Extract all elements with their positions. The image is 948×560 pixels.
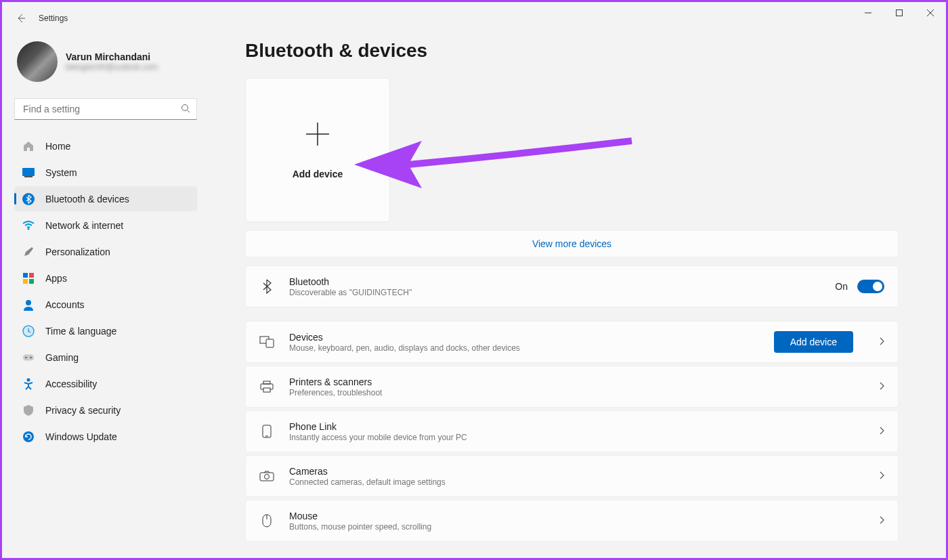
sidebar-item-label: Accounts — [45, 299, 85, 310]
sidebar-item-label: Bluetooth & devices — [45, 194, 129, 204]
sidebar-item-windows-update[interactable]: Windows Update — [14, 424, 197, 449]
sidebar-item-label: Network & internet — [45, 220, 123, 231]
card-title: Cameras — [289, 466, 863, 477]
svg-point-17 — [25, 356, 27, 358]
shield-icon — [22, 404, 35, 416]
sidebar-item-label: Apps — [45, 273, 67, 284]
back-button[interactable] — [16, 13, 26, 24]
sidebar-nav: Home System Bluetooth & devices Network … — [14, 133, 197, 449]
card-title: Bluetooth — [289, 276, 835, 287]
printer-icon — [259, 379, 274, 394]
svg-point-14 — [26, 300, 31, 305]
sidebar-item-time-language[interactable]: Time & language — [14, 318, 197, 343]
card-subtitle: Instantly access your mobile device from… — [289, 433, 863, 442]
close-button[interactable] — [915, 2, 946, 24]
avatar — [17, 41, 58, 82]
search-icon — [181, 104, 190, 116]
gaming-icon — [22, 351, 35, 364]
wifi-icon — [22, 219, 35, 232]
devices-grid-icon — [259, 335, 274, 349]
printers-scanners-card[interactable]: Printers & scanners Preferences, trouble… — [245, 366, 899, 408]
page-title: Bluetooth & devices — [245, 40, 899, 62]
svg-line-5 — [188, 110, 190, 113]
sidebar-item-accessibility[interactable]: Accessibility — [14, 371, 197, 396]
system-icon — [22, 167, 35, 179]
sidebar-item-bluetooth-devices[interactable]: Bluetooth & devices — [14, 186, 197, 211]
svg-rect-25 — [263, 381, 270, 384]
brush-icon — [22, 246, 35, 258]
update-icon — [22, 431, 35, 443]
chevron-right-icon — [879, 515, 884, 527]
chevron-right-icon — [879, 381, 884, 393]
person-icon — [22, 299, 35, 311]
svg-rect-27 — [263, 388, 270, 392]
svg-rect-10 — [23, 273, 28, 278]
chevron-right-icon — [879, 470, 884, 482]
svg-point-4 — [182, 105, 188, 111]
camera-icon — [259, 469, 274, 483]
sidebar-item-label: Privacy & security — [45, 405, 121, 416]
sidebar-item-system[interactable]: System — [14, 160, 197, 185]
svg-point-20 — [23, 431, 34, 442]
svg-rect-6 — [22, 168, 35, 176]
sidebar-item-label: System — [45, 167, 77, 178]
svg-point-18 — [30, 356, 32, 358]
sidebar-item-label: Time & language — [45, 326, 116, 337]
card-title: Printers & scanners — [289, 376, 863, 387]
home-icon — [22, 140, 35, 152]
phone-icon — [259, 424, 274, 439]
plus-icon — [305, 121, 330, 150]
svg-rect-13 — [29, 279, 34, 284]
apps-icon — [22, 272, 35, 284]
maximize-button[interactable] — [884, 2, 915, 24]
add-device-button[interactable]: Add device — [774, 331, 853, 353]
sidebar-item-label: Accessibility — [45, 379, 97, 389]
profile-email: beingtechfr@outlook.com — [66, 62, 158, 72]
sidebar-item-label: Windows Update — [45, 431, 117, 442]
mouse-card[interactable]: Mouse Buttons, mouse pointer speed, scro… — [245, 500, 899, 542]
add-device-label: Add device — [293, 169, 343, 179]
svg-rect-16 — [23, 354, 34, 360]
svg-rect-28 — [263, 425, 271, 437]
sidebar-item-gaming[interactable]: Gaming — [14, 345, 197, 370]
phone-link-card[interactable]: Phone Link Instantly access your mobile … — [245, 410, 899, 452]
chevron-right-icon — [879, 425, 884, 437]
profile-block[interactable]: Varun Mirchandani beingtechfr@outlook.co… — [14, 41, 209, 82]
mouse-icon — [259, 513, 274, 528]
sidebar-item-label: Gaming — [45, 352, 79, 363]
svg-rect-24 — [266, 339, 274, 347]
chevron-right-icon — [879, 336, 884, 348]
svg-rect-1 — [897, 10, 903, 16]
devices-card[interactable]: Devices Mouse, keyboard, pen, audio, dis… — [245, 321, 899, 363]
sidebar-item-network-internet[interactable]: Network & internet — [14, 213, 197, 238]
sidebar-item-personalization[interactable]: Personalization — [14, 239, 197, 264]
bluetooth-card: Bluetooth Discoverable as "GUIDINGTECH" … — [245, 265, 899, 307]
toggle-state-label: On — [835, 281, 848, 292]
sidebar-item-accounts[interactable]: Accounts — [14, 292, 197, 317]
sidebar-item-home[interactable]: Home — [14, 133, 197, 158]
bluetooth-toggle[interactable] — [857, 280, 884, 293]
sidebar-item-label: Personalization — [45, 246, 110, 257]
sidebar-item-apps[interactable]: Apps — [14, 265, 197, 290]
view-more-devices-link[interactable]: View more devices — [245, 230, 899, 257]
card-subtitle: Connected cameras, default image setting… — [289, 477, 863, 487]
add-device-tile[interactable]: Add device — [245, 78, 390, 222]
cameras-card[interactable]: Cameras Connected cameras, default image… — [245, 455, 899, 497]
svg-rect-7 — [24, 176, 33, 177]
search-input[interactable] — [14, 98, 197, 120]
card-subtitle: Mouse, keyboard, pen, audio, displays an… — [289, 343, 774, 353]
profile-name: Varun Mirchandani — [66, 51, 158, 62]
bluetooth-icon — [22, 193, 35, 205]
svg-point-31 — [265, 475, 270, 479]
sidebar-item-privacy-security[interactable]: Privacy & security — [14, 397, 197, 423]
svg-rect-12 — [23, 279, 28, 284]
svg-point-9 — [28, 228, 30, 230]
accessibility-icon — [22, 378, 35, 390]
clock-icon — [22, 325, 35, 337]
card-subtitle: Discoverable as "GUIDINGTECH" — [289, 288, 835, 297]
minimize-button[interactable] — [853, 2, 884, 24]
bluetooth-glyph-icon — [259, 279, 274, 294]
window-title: Settings — [39, 14, 68, 23]
svg-rect-11 — [29, 273, 34, 278]
view-more-label: View more devices — [532, 238, 611, 249]
